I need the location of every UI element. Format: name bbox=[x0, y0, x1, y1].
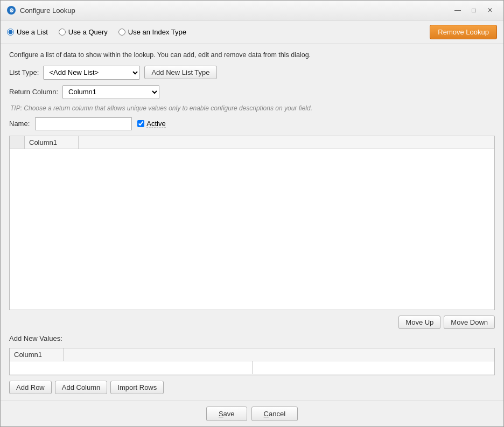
window-icon: ⚙ bbox=[7, 6, 16, 15]
input-grid-row bbox=[10, 361, 494, 375]
action-buttons: Add Row Add Column Import Rows bbox=[9, 381, 495, 394]
save-underline-s: S bbox=[219, 410, 223, 418]
add-new-list-type-button[interactable]: Add New List Type bbox=[144, 66, 216, 79]
grid-body bbox=[10, 149, 494, 257]
toolbar: Use a List Use a Query Use an Index Type… bbox=[1, 20, 503, 44]
list-type-row: List Type: <Add New List> Add New List T… bbox=[9, 66, 495, 80]
description-text: Configure a list of data to show within … bbox=[9, 51, 495, 60]
cancel-underline-c: C bbox=[264, 410, 269, 418]
list-type-label: List Type: bbox=[9, 68, 39, 76]
radio-use-query-label: Use a Query bbox=[68, 28, 108, 36]
active-label: Active bbox=[146, 120, 165, 128]
grid-column1-header: Column1 bbox=[25, 136, 79, 149]
data-grid[interactable]: Column1 bbox=[9, 136, 495, 311]
return-column-row: Return Column: Column1 bbox=[9, 85, 495, 99]
cancel-rest: ancel bbox=[269, 410, 285, 418]
input-cell-2-field[interactable] bbox=[253, 361, 495, 374]
radio-use-query-input[interactable] bbox=[59, 29, 66, 36]
radio-group: Use a List Use a Query Use an Index Type bbox=[7, 28, 186, 36]
radio-use-query[interactable]: Use a Query bbox=[59, 28, 108, 36]
name-input[interactable] bbox=[35, 117, 132, 130]
import-rows-button[interactable]: Import Rows bbox=[110, 381, 164, 394]
close-button[interactable]: ✕ bbox=[483, 5, 497, 16]
maximize-button[interactable]: □ bbox=[467, 5, 481, 16]
radio-use-index-label: Use an Index Type bbox=[128, 28, 186, 36]
move-up-button[interactable]: Move Up bbox=[398, 316, 440, 329]
title-controls: — □ ✕ bbox=[451, 5, 497, 16]
main-content: Configure a list of data to show within … bbox=[1, 44, 503, 401]
input-grid-empty-header bbox=[64, 348, 494, 361]
input-grid: Column1 bbox=[9, 348, 495, 375]
grid-row-num-header bbox=[10, 136, 25, 149]
radio-use-list-input[interactable] bbox=[7, 29, 14, 36]
configure-lookup-window: ⚙ Configure Lookup — □ ✕ Use a List Use … bbox=[0, 0, 504, 427]
input-cell-1-field[interactable] bbox=[10, 361, 252, 374]
add-row-button[interactable]: Add Row bbox=[9, 381, 52, 394]
input-grid-header: Column1 bbox=[10, 348, 494, 361]
active-checkbox[interactable] bbox=[137, 120, 144, 127]
window-title: Configure Lookup bbox=[20, 6, 75, 15]
radio-use-list-label: Use a List bbox=[17, 28, 48, 36]
title-bar-left: ⚙ Configure Lookup bbox=[7, 6, 75, 15]
grid-header: Column1 bbox=[10, 136, 494, 149]
remove-lookup-button[interactable]: Remove Lookup bbox=[430, 25, 497, 39]
radio-use-list[interactable]: Use a List bbox=[7, 28, 48, 36]
title-bar: ⚙ Configure Lookup — □ ✕ bbox=[1, 1, 503, 20]
add-column-button[interactable]: Add Column bbox=[55, 381, 108, 394]
input-cell-2[interactable] bbox=[253, 361, 495, 374]
minimize-button[interactable]: — bbox=[451, 5, 465, 16]
return-column-label: Return Column: bbox=[9, 88, 58, 96]
add-new-values-label: Add New Values: bbox=[9, 334, 495, 342]
input-cell-1[interactable] bbox=[10, 361, 253, 374]
input-grid-col1-header: Column1 bbox=[10, 348, 64, 361]
save-button[interactable]: Save bbox=[206, 407, 247, 421]
radio-use-index[interactable]: Use an Index Type bbox=[118, 28, 186, 36]
save-rest: ave bbox=[223, 410, 235, 418]
move-down-button[interactable]: Move Down bbox=[444, 316, 495, 329]
return-column-select[interactable]: Column1 bbox=[62, 85, 159, 99]
active-checkbox-label[interactable]: Active bbox=[137, 120, 165, 128]
grid-empty-header bbox=[79, 136, 494, 149]
radio-use-index-input[interactable] bbox=[118, 29, 125, 36]
name-row: Name: Active bbox=[9, 117, 495, 130]
name-label: Name: bbox=[9, 120, 30, 128]
list-type-select[interactable]: <Add New List> bbox=[43, 66, 140, 80]
move-buttons: Move Up Move Down bbox=[9, 316, 495, 329]
cancel-button[interactable]: Cancel bbox=[251, 407, 298, 421]
tip-text: TIP: Choose a return column that allows … bbox=[9, 104, 495, 112]
footer: Save Cancel bbox=[1, 401, 503, 426]
